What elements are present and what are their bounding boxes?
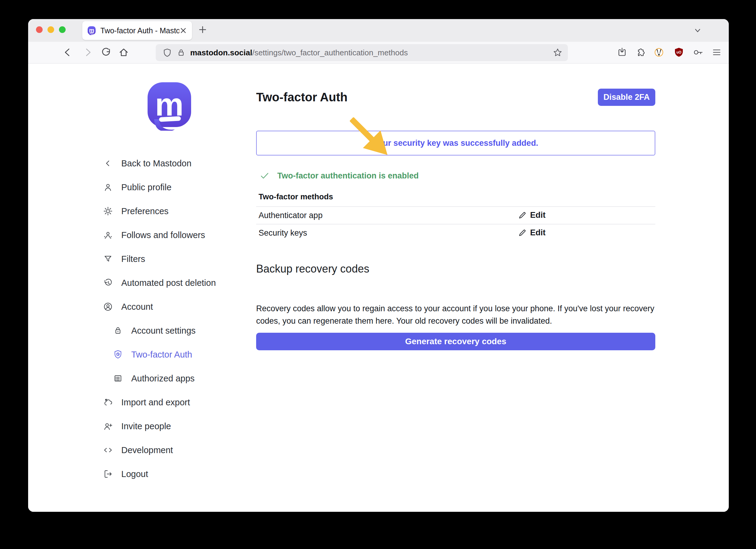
tab-title: Two-factor Auth - Mastodon bbox=[100, 26, 179, 35]
sidebar-item-label: Authorized apps bbox=[131, 374, 195, 384]
pencil-icon bbox=[518, 229, 526, 237]
sidebar-item-label: Logout bbox=[121, 469, 148, 479]
home-button[interactable] bbox=[118, 47, 129, 58]
page-content: Back to Mastodon Public profile Preferen… bbox=[28, 64, 729, 512]
sidebar-item-back-to-mastodon[interactable]: Back to Mastodon bbox=[103, 159, 216, 168]
methods-table-header: Two-factor methods bbox=[259, 192, 333, 201]
shield-icon bbox=[113, 350, 123, 359]
menu-hamburger-icon[interactable] bbox=[711, 47, 722, 58]
divider bbox=[256, 224, 655, 224]
edit-label: Edit bbox=[530, 228, 546, 237]
person-plus-icon bbox=[103, 421, 113, 431]
reload-button[interactable] bbox=[101, 47, 112, 58]
backup-section-title: Backup recovery codes bbox=[256, 263, 369, 275]
traffic-lights bbox=[36, 26, 66, 33]
url-text: mastodon.social/settings/two_factor_auth… bbox=[190, 48, 553, 57]
person-icon bbox=[103, 182, 113, 192]
url-bar[interactable]: mastodon.social/settings/two_factor_auth… bbox=[156, 44, 568, 61]
list-icon bbox=[113, 374, 123, 383]
disable-2fa-button[interactable]: Disable 2FA bbox=[598, 89, 655, 106]
method-row-label: Security keys bbox=[259, 228, 307, 238]
sidebar-item-label: Public profile bbox=[121, 182, 171, 192]
sidebar-item-label: Import and export bbox=[121, 397, 190, 407]
sidebar-item-label: Follows and followers bbox=[121, 230, 205, 240]
sidebar-item-invite-people[interactable]: Invite people bbox=[103, 422, 216, 431]
ublock-shield-icon[interactable]: uO bbox=[673, 47, 684, 58]
passwords-key-icon[interactable] bbox=[693, 47, 704, 58]
tab-list-chevron-icon[interactable] bbox=[693, 26, 702, 35]
success-notice: Your security key was successfully added… bbox=[256, 131, 655, 155]
lock-icon[interactable] bbox=[176, 48, 186, 57]
close-tab-icon[interactable] bbox=[179, 27, 187, 34]
sidebar-item-automated-post-deletion[interactable]: Automated post deletion bbox=[103, 278, 216, 287]
back-button[interactable] bbox=[62, 47, 73, 58]
minimize-window-button[interactable] bbox=[47, 26, 54, 33]
sidebar-item-follows-and-followers[interactable]: Follows and followers bbox=[103, 230, 216, 240]
tab-bar: Two-factor Auth - Mastodon bbox=[28, 19, 729, 42]
zoom-window-button[interactable] bbox=[59, 26, 66, 33]
privacy-badger-icon[interactable] bbox=[653, 47, 664, 58]
tracking-shield-icon[interactable] bbox=[162, 48, 172, 57]
sidebar-item-authorized-apps[interactable]: Authorized apps bbox=[113, 374, 216, 383]
funnel-icon bbox=[103, 254, 113, 264]
forward-button[interactable] bbox=[83, 47, 93, 58]
sidebar-item-account-settings[interactable]: Account settings bbox=[113, 326, 216, 335]
backup-description: Recovery codes allow you to regain acces… bbox=[256, 302, 658, 327]
status-row: Two-factor authentication is enabled bbox=[260, 171, 419, 181]
checkmark-icon bbox=[260, 171, 269, 181]
sidebar-item-label: Development bbox=[121, 445, 173, 455]
close-window-button[interactable] bbox=[36, 26, 43, 33]
edit-authenticator-app-link[interactable]: Edit bbox=[518, 211, 546, 220]
sidebar-item-label: Back to Mastodon bbox=[121, 158, 191, 168]
url-host: mastodon.social bbox=[190, 48, 252, 57]
code-icon bbox=[103, 445, 113, 455]
sidebar-item-logout[interactable]: Logout bbox=[103, 469, 216, 479]
extensions-puzzle-icon[interactable] bbox=[635, 47, 646, 58]
history-icon bbox=[103, 278, 113, 288]
lock-icon bbox=[113, 326, 123, 335]
sidebar-item-development[interactable]: Development bbox=[103, 446, 216, 455]
divider bbox=[256, 206, 655, 207]
sidebar-item-account[interactable]: Account bbox=[103, 302, 216, 311]
people-icon bbox=[103, 230, 113, 240]
sidebar-item-filters[interactable]: Filters bbox=[103, 254, 216, 263]
sidebar-item-label: Automated post deletion bbox=[121, 278, 216, 288]
browser-tab[interactable]: Two-factor Auth - Mastodon bbox=[82, 21, 192, 40]
pencil-icon bbox=[518, 211, 526, 220]
sidebar-item-label: Account settings bbox=[131, 326, 196, 336]
generate-recovery-codes-button[interactable]: Generate recovery codes bbox=[256, 333, 655, 350]
edit-label: Edit bbox=[530, 211, 546, 220]
save-page-icon[interactable] bbox=[617, 47, 627, 58]
sidebar-item-label: Account bbox=[121, 302, 153, 312]
edit-security-keys-link[interactable]: Edit bbox=[518, 228, 546, 237]
bookmark-star-icon[interactable] bbox=[553, 48, 562, 57]
mastodon-favicon bbox=[87, 26, 96, 35]
logout-icon bbox=[103, 469, 113, 479]
chevron-left-icon bbox=[103, 158, 113, 168]
cloud-icon bbox=[103, 397, 113, 407]
settings-sidebar: Back to Mastodon Public profile Preferen… bbox=[103, 159, 216, 493]
sidebar-item-two-factor-auth[interactable]: Two-factor Auth bbox=[113, 350, 216, 359]
url-path: /settings/two_factor_authentication_meth… bbox=[252, 48, 408, 57]
gear-icon bbox=[103, 206, 113, 216]
sidebar-item-import-and-export[interactable]: Import and export bbox=[103, 398, 216, 407]
new-tab-button[interactable] bbox=[198, 25, 207, 34]
status-text: Two-factor authentication is enabled bbox=[277, 171, 419, 181]
sidebar-item-label: Filters bbox=[121, 254, 145, 264]
sidebar-item-public-profile[interactable]: Public profile bbox=[103, 183, 216, 192]
method-row-label: Authenticator app bbox=[259, 211, 323, 220]
mastodon-logo bbox=[145, 81, 194, 131]
browser-window: Two-factor Auth - Mastodon mastodon.soci… bbox=[28, 19, 729, 512]
sidebar-item-label: Two-factor Auth bbox=[131, 350, 192, 360]
svg-text:uO: uO bbox=[676, 50, 682, 54]
sidebar-item-preferences[interactable]: Preferences bbox=[103, 207, 216, 216]
sidebar-item-label: Invite people bbox=[121, 421, 171, 431]
sidebar-item-label: Preferences bbox=[121, 206, 168, 216]
account-circle-icon bbox=[103, 302, 113, 312]
page-title: Two-factor Auth bbox=[256, 90, 347, 104]
